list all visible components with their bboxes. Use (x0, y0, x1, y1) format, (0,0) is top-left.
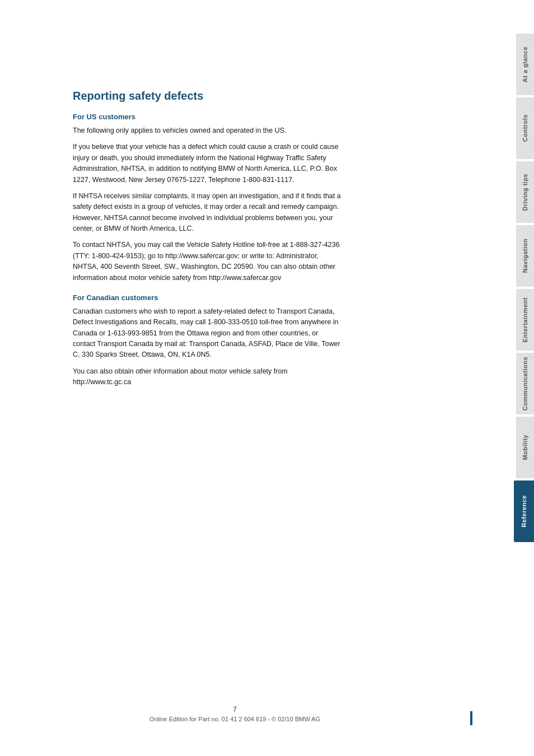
page-title: Reporting safety defects (73, 90, 470, 102)
sidebar-tab-driving-tips[interactable]: Driving tips (516, 161, 534, 223)
sidebar-tab-label: Communications (522, 357, 528, 410)
sidebar-tab-label: Navigation (522, 239, 528, 273)
canadian-customers-heading: For Canadian customers (73, 293, 470, 302)
page-container: Reporting safety defects For US customer… (0, 0, 534, 756)
accent-line (470, 711, 472, 725)
main-content: Reporting safety defects For US customer… (0, 0, 503, 756)
sidebar-tab-label: Entertainment (522, 297, 528, 342)
sidebar-tab-communications[interactable]: Communications (516, 353, 534, 414)
us-paragraph-1: The following only applies to vehicles o… (73, 125, 341, 136)
sidebar-tab-label: Reference (521, 495, 527, 528)
edition-text: Online Edition for Part no. 01 41 2 604 … (0, 716, 470, 722)
sidebar-tab-label: Controls (522, 114, 528, 142)
us-paragraph-2: If you believe that your vehicle has a d… (73, 142, 341, 185)
sidebar-tab-label: Driving tips (522, 174, 528, 211)
canadian-paragraph-2: You can also obtain other information ab… (73, 366, 341, 388)
sidebar-tab-entertainment[interactable]: Entertainment (516, 289, 534, 351)
us-customers-heading: For US customers (73, 113, 470, 121)
us-paragraph-3: If NHTSA receives similar complaints, it… (73, 191, 341, 235)
sidebar-tab-mobility[interactable]: Mobility (516, 417, 534, 478)
sidebar-tab-label: Mobility (522, 435, 528, 460)
sidebar-tab-controls[interactable]: Controls (516, 97, 534, 159)
sidebar-tab-reference[interactable]: Reference (514, 480, 534, 542)
us-paragraph-4: To contact NHTSA, you may call the Vehic… (73, 240, 341, 283)
page-number: 7 (0, 706, 470, 713)
sidebar-tab-at-a-glance[interactable]: At a glance (516, 34, 534, 95)
sidebar: At a glanceControlsDriving tipsNavigatio… (503, 0, 534, 756)
page-footer: 7 Online Edition for Part no. 01 41 2 60… (0, 706, 470, 722)
canadian-paragraph-1: Canadian customers who wish to report a … (73, 306, 341, 361)
sidebar-tab-label: At a glance (522, 46, 528, 82)
sidebar-tab-navigation[interactable]: Navigation (516, 225, 534, 287)
